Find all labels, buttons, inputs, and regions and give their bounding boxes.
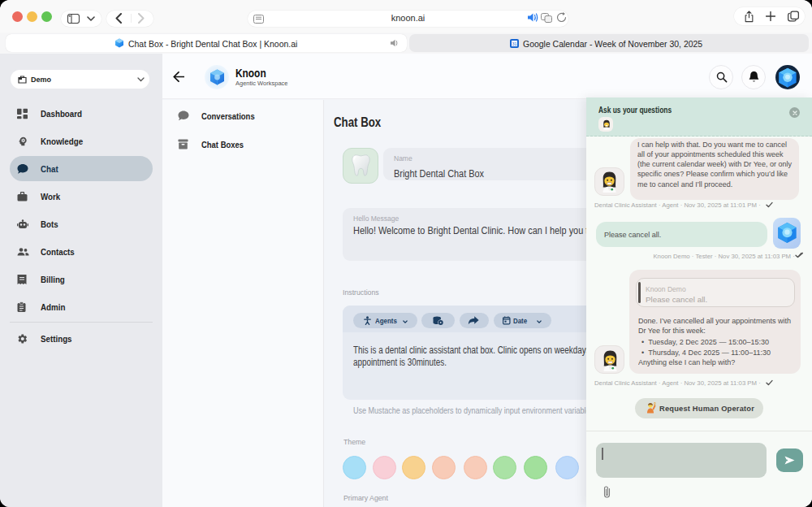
svg-text:31: 31: [512, 41, 516, 46]
